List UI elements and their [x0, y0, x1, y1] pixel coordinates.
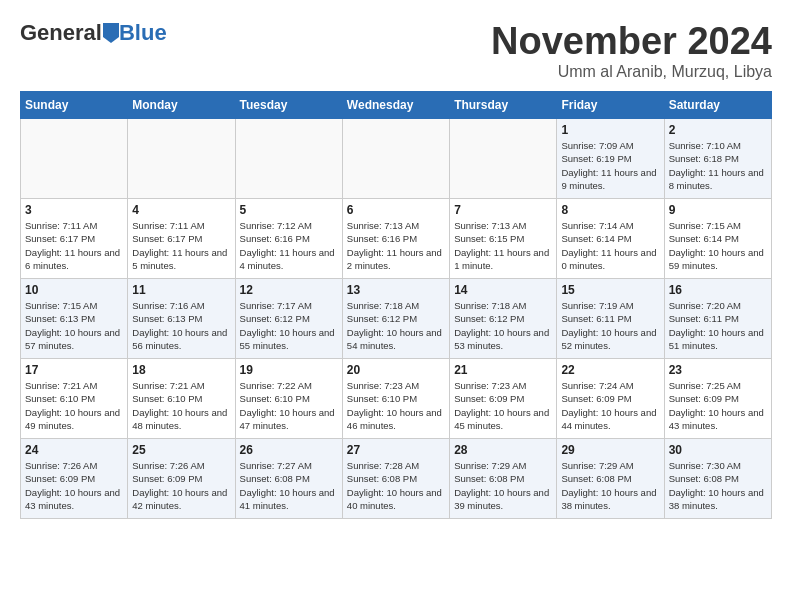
day-of-week-header: Monday: [128, 92, 235, 119]
day-info: Sunrise: 7:18 AM Sunset: 6:12 PM Dayligh…: [454, 299, 552, 352]
day-number: 15: [561, 283, 659, 297]
calendar-day-cell: 13Sunrise: 7:18 AM Sunset: 6:12 PM Dayli…: [342, 279, 449, 359]
calendar-week-row: 24Sunrise: 7:26 AM Sunset: 6:09 PM Dayli…: [21, 439, 772, 519]
day-of-week-header: Sunday: [21, 92, 128, 119]
calendar-day-cell: 10Sunrise: 7:15 AM Sunset: 6:13 PM Dayli…: [21, 279, 128, 359]
day-number: 26: [240, 443, 338, 457]
calendar-day-cell: 14Sunrise: 7:18 AM Sunset: 6:12 PM Dayli…: [450, 279, 557, 359]
day-info: Sunrise: 7:25 AM Sunset: 6:09 PM Dayligh…: [669, 379, 767, 432]
day-number: 10: [25, 283, 123, 297]
calendar-day-cell: 2Sunrise: 7:10 AM Sunset: 6:18 PM Daylig…: [664, 119, 771, 199]
calendar-day-cell: 28Sunrise: 7:29 AM Sunset: 6:08 PM Dayli…: [450, 439, 557, 519]
calendar-day-cell: 6Sunrise: 7:13 AM Sunset: 6:16 PM Daylig…: [342, 199, 449, 279]
calendar-day-cell: 5Sunrise: 7:12 AM Sunset: 6:16 PM Daylig…: [235, 199, 342, 279]
calendar-day-cell: 29Sunrise: 7:29 AM Sunset: 6:08 PM Dayli…: [557, 439, 664, 519]
calendar-day-cell: 7Sunrise: 7:13 AM Sunset: 6:15 PM Daylig…: [450, 199, 557, 279]
day-info: Sunrise: 7:10 AM Sunset: 6:18 PM Dayligh…: [669, 139, 767, 192]
day-info: Sunrise: 7:28 AM Sunset: 6:08 PM Dayligh…: [347, 459, 445, 512]
calendar-day-cell: 3Sunrise: 7:11 AM Sunset: 6:17 PM Daylig…: [21, 199, 128, 279]
day-info: Sunrise: 7:12 AM Sunset: 6:16 PM Dayligh…: [240, 219, 338, 272]
day-info: Sunrise: 7:21 AM Sunset: 6:10 PM Dayligh…: [25, 379, 123, 432]
day-number: 18: [132, 363, 230, 377]
calendar-week-row: 17Sunrise: 7:21 AM Sunset: 6:10 PM Dayli…: [21, 359, 772, 439]
calendar-day-cell: 8Sunrise: 7:14 AM Sunset: 6:14 PM Daylig…: [557, 199, 664, 279]
day-info: Sunrise: 7:13 AM Sunset: 6:15 PM Dayligh…: [454, 219, 552, 272]
day-info: Sunrise: 7:29 AM Sunset: 6:08 PM Dayligh…: [561, 459, 659, 512]
logo-icon: [103, 23, 119, 43]
month-title: November 2024: [491, 20, 772, 63]
page-header: General Blue November 2024 Umm al Aranib…: [20, 20, 772, 81]
day-number: 23: [669, 363, 767, 377]
day-number: 28: [454, 443, 552, 457]
calendar-day-cell: 20Sunrise: 7:23 AM Sunset: 6:10 PM Dayli…: [342, 359, 449, 439]
day-number: 29: [561, 443, 659, 457]
calendar-day-cell: 30Sunrise: 7:30 AM Sunset: 6:08 PM Dayli…: [664, 439, 771, 519]
day-info: Sunrise: 7:29 AM Sunset: 6:08 PM Dayligh…: [454, 459, 552, 512]
logo-blue-text: Blue: [119, 20, 167, 46]
day-of-week-header: Tuesday: [235, 92, 342, 119]
day-info: Sunrise: 7:20 AM Sunset: 6:11 PM Dayligh…: [669, 299, 767, 352]
day-number: 13: [347, 283, 445, 297]
day-info: Sunrise: 7:13 AM Sunset: 6:16 PM Dayligh…: [347, 219, 445, 272]
calendar-day-cell: 17Sunrise: 7:21 AM Sunset: 6:10 PM Dayli…: [21, 359, 128, 439]
calendar-day-cell: [450, 119, 557, 199]
day-of-week-header: Saturday: [664, 92, 771, 119]
day-number: 21: [454, 363, 552, 377]
logo: General Blue: [20, 20, 167, 46]
calendar-day-cell: 12Sunrise: 7:17 AM Sunset: 6:12 PM Dayli…: [235, 279, 342, 359]
calendar-day-cell: 4Sunrise: 7:11 AM Sunset: 6:17 PM Daylig…: [128, 199, 235, 279]
calendar-day-cell: 11Sunrise: 7:16 AM Sunset: 6:13 PM Dayli…: [128, 279, 235, 359]
calendar-day-cell: 19Sunrise: 7:22 AM Sunset: 6:10 PM Dayli…: [235, 359, 342, 439]
calendar-day-cell: 23Sunrise: 7:25 AM Sunset: 6:09 PM Dayli…: [664, 359, 771, 439]
day-number: 6: [347, 203, 445, 217]
calendar-week-row: 10Sunrise: 7:15 AM Sunset: 6:13 PM Dayli…: [21, 279, 772, 359]
calendar-day-cell: 24Sunrise: 7:26 AM Sunset: 6:09 PM Dayli…: [21, 439, 128, 519]
calendar-day-cell: 22Sunrise: 7:24 AM Sunset: 6:09 PM Dayli…: [557, 359, 664, 439]
calendar-header-row: SundayMondayTuesdayWednesdayThursdayFrid…: [21, 92, 772, 119]
day-number: 17: [25, 363, 123, 377]
day-number: 12: [240, 283, 338, 297]
day-info: Sunrise: 7:17 AM Sunset: 6:12 PM Dayligh…: [240, 299, 338, 352]
day-number: 27: [347, 443, 445, 457]
calendar-day-cell: 15Sunrise: 7:19 AM Sunset: 6:11 PM Dayli…: [557, 279, 664, 359]
day-info: Sunrise: 7:23 AM Sunset: 6:09 PM Dayligh…: [454, 379, 552, 432]
calendar-week-row: 3Sunrise: 7:11 AM Sunset: 6:17 PM Daylig…: [21, 199, 772, 279]
calendar-day-cell: 27Sunrise: 7:28 AM Sunset: 6:08 PM Dayli…: [342, 439, 449, 519]
day-info: Sunrise: 7:15 AM Sunset: 6:14 PM Dayligh…: [669, 219, 767, 272]
day-info: Sunrise: 7:27 AM Sunset: 6:08 PM Dayligh…: [240, 459, 338, 512]
day-info: Sunrise: 7:26 AM Sunset: 6:09 PM Dayligh…: [25, 459, 123, 512]
day-info: Sunrise: 7:11 AM Sunset: 6:17 PM Dayligh…: [132, 219, 230, 272]
day-info: Sunrise: 7:26 AM Sunset: 6:09 PM Dayligh…: [132, 459, 230, 512]
day-info: Sunrise: 7:09 AM Sunset: 6:19 PM Dayligh…: [561, 139, 659, 192]
calendar-day-cell: [235, 119, 342, 199]
day-of-week-header: Friday: [557, 92, 664, 119]
calendar-day-cell: 26Sunrise: 7:27 AM Sunset: 6:08 PM Dayli…: [235, 439, 342, 519]
calendar-day-cell: 25Sunrise: 7:26 AM Sunset: 6:09 PM Dayli…: [128, 439, 235, 519]
calendar-day-cell: 9Sunrise: 7:15 AM Sunset: 6:14 PM Daylig…: [664, 199, 771, 279]
day-info: Sunrise: 7:24 AM Sunset: 6:09 PM Dayligh…: [561, 379, 659, 432]
day-number: 9: [669, 203, 767, 217]
day-info: Sunrise: 7:21 AM Sunset: 6:10 PM Dayligh…: [132, 379, 230, 432]
calendar-table: SundayMondayTuesdayWednesdayThursdayFrid…: [20, 91, 772, 519]
day-number: 3: [25, 203, 123, 217]
day-info: Sunrise: 7:30 AM Sunset: 6:08 PM Dayligh…: [669, 459, 767, 512]
calendar-day-cell: [342, 119, 449, 199]
calendar-week-row: 1Sunrise: 7:09 AM Sunset: 6:19 PM Daylig…: [21, 119, 772, 199]
day-number: 8: [561, 203, 659, 217]
calendar-day-cell: 1Sunrise: 7:09 AM Sunset: 6:19 PM Daylig…: [557, 119, 664, 199]
day-number: 30: [669, 443, 767, 457]
day-info: Sunrise: 7:23 AM Sunset: 6:10 PM Dayligh…: [347, 379, 445, 432]
day-number: 19: [240, 363, 338, 377]
day-info: Sunrise: 7:16 AM Sunset: 6:13 PM Dayligh…: [132, 299, 230, 352]
day-number: 22: [561, 363, 659, 377]
day-number: 14: [454, 283, 552, 297]
day-number: 24: [25, 443, 123, 457]
day-number: 7: [454, 203, 552, 217]
calendar-day-cell: 18Sunrise: 7:21 AM Sunset: 6:10 PM Dayli…: [128, 359, 235, 439]
title-section: November 2024 Umm al Aranib, Murzuq, Lib…: [491, 20, 772, 81]
day-number: 1: [561, 123, 659, 137]
calendar-day-cell: [21, 119, 128, 199]
day-info: Sunrise: 7:14 AM Sunset: 6:14 PM Dayligh…: [561, 219, 659, 272]
day-number: 2: [669, 123, 767, 137]
day-number: 11: [132, 283, 230, 297]
